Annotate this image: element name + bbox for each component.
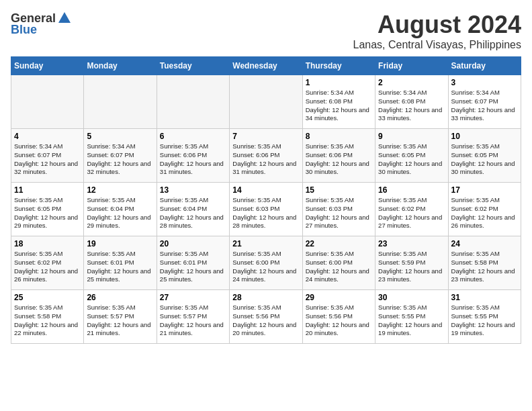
day-info: Sunrise: 5:35 AMSunset: 5:57 PMDaylight:… — [160, 304, 226, 338]
calendar-cell: 9 Sunrise: 5:35 AMSunset: 6:05 PMDayligh… — [375, 129, 448, 183]
day-number: 4 — [14, 132, 81, 141]
day-number: 16 — [378, 185, 445, 195]
day-number: 25 — [14, 293, 81, 302]
day-number: 19 — [87, 239, 153, 248]
day-info: Sunrise: 5:34 AMSunset: 6:07 PMDaylight:… — [14, 142, 81, 177]
day-number: 11 — [14, 185, 81, 195]
day-info: Sunrise: 5:35 AMSunset: 5:56 PMDaylight:… — [232, 304, 299, 338]
day-info: Sunrise: 5:35 AMSunset: 6:06 PMDaylight:… — [160, 142, 226, 177]
calendar-cell: 19 Sunrise: 5:35 AMSunset: 6:01 PMDaylig… — [84, 236, 157, 290]
calendar-cell: 27 Sunrise: 5:35 AMSunset: 5:57 PMDaylig… — [157, 290, 229, 344]
day-info: Sunrise: 5:35 AMSunset: 5:56 PMDaylight:… — [306, 304, 372, 338]
calendar-week-3: 18 Sunrise: 5:35 AMSunset: 6:02 PMDaylig… — [11, 236, 521, 290]
calendar-cell: 26 Sunrise: 5:35 AMSunset: 5:57 PMDaylig… — [84, 290, 157, 344]
day-number: 26 — [87, 293, 153, 302]
calendar-cell: 17 Sunrise: 5:35 AMSunset: 6:02 PMDaylig… — [448, 183, 521, 236]
day-number: 3 — [451, 78, 518, 87]
calendar-cell: 13 Sunrise: 5:35 AMSunset: 6:04 PMDaylig… — [157, 183, 229, 236]
day-number: 1 — [306, 78, 372, 87]
day-info: Sunrise: 5:35 AMSunset: 5:55 PMDaylight:… — [451, 304, 518, 338]
day-info: Sunrise: 5:34 AMSunset: 6:08 PMDaylight:… — [378, 89, 445, 123]
day-info: Sunrise: 5:35 AMSunset: 5:58 PMDaylight:… — [14, 304, 81, 338]
day-info: Sunrise: 5:35 AMSunset: 6:01 PMDaylight:… — [160, 250, 226, 284]
calendar-cell: 31 Sunrise: 5:35 AMSunset: 5:55 PMDaylig… — [448, 290, 521, 344]
day-number: 18 — [14, 239, 81, 248]
calendar-cell: 22 Sunrise: 5:35 AMSunset: 6:00 PMDaylig… — [302, 236, 375, 290]
day-info: Sunrise: 5:35 AMSunset: 5:55 PMDaylight:… — [378, 304, 445, 338]
day-number: 17 — [451, 185, 518, 195]
calendar-cell — [84, 75, 157, 129]
calendar-cell: 16 Sunrise: 5:35 AMSunset: 6:02 PMDaylig… — [375, 183, 448, 236]
header-saturday: Saturday — [448, 57, 521, 75]
day-info: Sunrise: 5:35 AMSunset: 6:06 PMDaylight:… — [306, 142, 372, 177]
calendar-cell: 3 Sunrise: 5:34 AMSunset: 6:07 PMDayligh… — [448, 75, 521, 129]
calendar-cell: 5 Sunrise: 5:34 AMSunset: 6:07 PMDayligh… — [84, 129, 157, 183]
day-number: 21 — [232, 239, 299, 248]
day-info: Sunrise: 5:35 AMSunset: 6:03 PMDaylight:… — [232, 196, 299, 230]
header-sunday: Sunday — [11, 57, 84, 75]
calendar-week-1: 4 Sunrise: 5:34 AMSunset: 6:07 PMDayligh… — [11, 129, 521, 183]
day-info: Sunrise: 5:35 AMSunset: 6:04 PMDaylight:… — [160, 196, 226, 230]
header: General Blue August 2024 Lanas, Central … — [11, 11, 521, 51]
day-info: Sunrise: 5:35 AMSunset: 6:02 PMDaylight:… — [451, 196, 518, 230]
day-info: Sunrise: 5:35 AMSunset: 6:04 PMDaylight:… — [87, 196, 153, 230]
calendar-table: SundayMondayTuesdayWednesdayThursdayFrid… — [11, 56, 521, 344]
calendar-cell: 21 Sunrise: 5:35 AMSunset: 6:00 PMDaylig… — [230, 236, 302, 290]
month-title: August 2024 — [353, 11, 521, 39]
calendar-cell: 8 Sunrise: 5:35 AMSunset: 6:06 PMDayligh… — [302, 129, 375, 183]
calendar-week-4: 25 Sunrise: 5:35 AMSunset: 5:58 PMDaylig… — [11, 290, 521, 344]
day-info: Sunrise: 5:34 AMSunset: 6:07 PMDaylight:… — [451, 89, 518, 123]
day-number: 9 — [378, 132, 445, 141]
day-info: Sunrise: 5:35 AMSunset: 6:05 PMDaylight:… — [378, 142, 445, 177]
header-wednesday: Wednesday — [230, 57, 302, 75]
calendar-cell: 12 Sunrise: 5:35 AMSunset: 6:04 PMDaylig… — [84, 183, 157, 236]
header-friday: Friday — [375, 57, 448, 75]
calendar-cell: 7 Sunrise: 5:35 AMSunset: 6:06 PMDayligh… — [230, 129, 302, 183]
calendar-cell: 23 Sunrise: 5:35 AMSunset: 5:59 PMDaylig… — [375, 236, 448, 290]
day-number: 31 — [451, 293, 518, 302]
calendar-cell: 25 Sunrise: 5:35 AMSunset: 5:58 PMDaylig… — [11, 290, 84, 344]
day-number: 23 — [378, 239, 445, 248]
calendar-cell: 15 Sunrise: 5:35 AMSunset: 6:03 PMDaylig… — [302, 183, 375, 236]
calendar-cell: 24 Sunrise: 5:35 AMSunset: 5:58 PMDaylig… — [448, 236, 521, 290]
calendar-cell: 14 Sunrise: 5:35 AMSunset: 6:03 PMDaylig… — [230, 183, 302, 236]
calendar-cell — [157, 75, 229, 129]
day-info: Sunrise: 5:35 AMSunset: 5:57 PMDaylight:… — [87, 304, 153, 338]
day-info: Sunrise: 5:35 AMSunset: 6:05 PMDaylight:… — [451, 142, 518, 177]
logo-blue: Blue — [11, 23, 37, 37]
day-number: 10 — [451, 132, 518, 141]
calendar-cell: 28 Sunrise: 5:35 AMSunset: 5:56 PMDaylig… — [230, 290, 302, 344]
calendar-cell: 11 Sunrise: 5:35 AMSunset: 6:05 PMDaylig… — [11, 183, 84, 236]
calendar-cell — [230, 75, 302, 129]
calendar-cell: 20 Sunrise: 5:35 AMSunset: 6:01 PMDaylig… — [157, 236, 229, 290]
day-number: 13 — [160, 185, 226, 195]
calendar-cell: 4 Sunrise: 5:34 AMSunset: 6:07 PMDayligh… — [11, 129, 84, 183]
calendar-cell: 29 Sunrise: 5:35 AMSunset: 5:56 PMDaylig… — [302, 290, 375, 344]
title-area: August 2024 Lanas, Central Visayas, Phil… — [353, 11, 521, 51]
calendar-cell — [11, 75, 84, 129]
calendar-cell: 2 Sunrise: 5:34 AMSunset: 6:08 PMDayligh… — [375, 75, 448, 129]
svg-marker-0 — [58, 12, 71, 23]
calendar-header-row: SundayMondayTuesdayWednesdayThursdayFrid… — [11, 57, 521, 75]
day-info: Sunrise: 5:35 AMSunset: 6:01 PMDaylight:… — [87, 250, 153, 284]
calendar-cell: 30 Sunrise: 5:35 AMSunset: 5:55 PMDaylig… — [375, 290, 448, 344]
day-info: Sunrise: 5:34 AMSunset: 6:08 PMDaylight:… — [306, 89, 372, 123]
day-info: Sunrise: 5:34 AMSunset: 6:07 PMDaylight:… — [87, 142, 153, 177]
day-info: Sunrise: 5:35 AMSunset: 5:58 PMDaylight:… — [451, 250, 518, 284]
header-tuesday: Tuesday — [157, 57, 229, 75]
day-info: Sunrise: 5:35 AMSunset: 6:00 PMDaylight:… — [306, 250, 372, 284]
calendar-week-2: 11 Sunrise: 5:35 AMSunset: 6:05 PMDaylig… — [11, 183, 521, 236]
day-number: 12 — [87, 185, 153, 195]
header-monday: Monday — [84, 57, 157, 75]
day-number: 5 — [87, 132, 153, 141]
header-thursday: Thursday — [302, 57, 375, 75]
calendar-cell: 10 Sunrise: 5:35 AMSunset: 6:05 PMDaylig… — [448, 129, 521, 183]
day-info: Sunrise: 5:35 AMSunset: 6:02 PMDaylight:… — [14, 250, 81, 284]
day-info: Sunrise: 5:35 AMSunset: 6:06 PMDaylight:… — [232, 142, 299, 177]
calendar-week-0: 1 Sunrise: 5:34 AMSunset: 6:08 PMDayligh… — [11, 75, 521, 129]
day-number: 24 — [451, 239, 518, 248]
calendar-cell: 1 Sunrise: 5:34 AMSunset: 6:08 PMDayligh… — [302, 75, 375, 129]
day-number: 29 — [306, 293, 372, 302]
day-info: Sunrise: 5:35 AMSunset: 6:00 PMDaylight:… — [232, 250, 299, 284]
day-number: 30 — [378, 293, 445, 302]
